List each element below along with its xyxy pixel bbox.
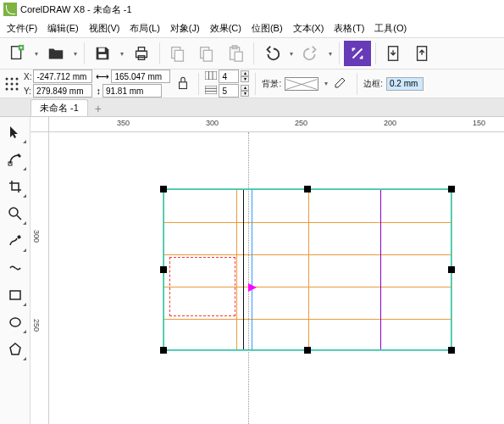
svg-rect-35 xyxy=(10,291,20,299)
main-toolbar: ▾ ▾ ▾ ▾ ▾ xyxy=(0,37,504,70)
ruler-tick: 150 xyxy=(473,119,485,127)
separator xyxy=(159,42,160,64)
ruler-tick: 300 xyxy=(206,119,219,127)
ruler-tick: 350 xyxy=(117,119,130,127)
svg-point-18 xyxy=(16,77,19,80)
svg-line-34 xyxy=(17,215,21,220)
svg-point-16 xyxy=(6,77,8,80)
redo-button[interactable] xyxy=(297,41,324,66)
menu-effect[interactable]: 效果(C) xyxy=(205,20,246,36)
lock-ratio-button[interactable] xyxy=(174,71,192,97)
cols-input[interactable] xyxy=(219,70,239,83)
menu-tools[interactable]: 工具(O) xyxy=(369,20,412,36)
border-input[interactable] xyxy=(386,77,424,91)
svg-rect-2 xyxy=(98,48,104,53)
table-col-divider xyxy=(243,190,244,349)
paste-button[interactable] xyxy=(222,41,249,66)
svg-rect-26 xyxy=(205,71,217,80)
separator xyxy=(357,73,357,95)
crop-tool[interactable] xyxy=(3,175,27,198)
y-input[interactable] xyxy=(33,84,92,98)
svg-rect-25 xyxy=(180,81,187,88)
ruler-corner[interactable] xyxy=(30,117,49,132)
menu-file[interactable]: 文件(F) xyxy=(2,20,42,36)
svg-point-24 xyxy=(16,87,19,90)
redo-dropdown[interactable]: ▾ xyxy=(326,41,335,66)
search-button[interactable] xyxy=(344,41,371,66)
rows-input[interactable] xyxy=(219,84,239,98)
cell-selection xyxy=(169,257,235,316)
polygon-tool[interactable] xyxy=(3,338,27,361)
anchor-grid-icon[interactable] xyxy=(3,75,20,92)
copy-button[interactable] xyxy=(193,41,220,66)
menubar: 文件(F) 编辑(E) 视图(V) 布局(L) 对象(J) 效果(C) 位图(B… xyxy=(0,19,504,37)
menu-text[interactable]: 文本(X) xyxy=(288,20,330,36)
svg-point-23 xyxy=(11,87,14,90)
artistic-media-tool[interactable] xyxy=(3,256,27,280)
rows-icon xyxy=(205,86,217,96)
bg-swatch[interactable] xyxy=(285,77,318,91)
svg-rect-4 xyxy=(136,51,147,57)
menu-bitmap[interactable]: 位图(B) xyxy=(246,20,288,36)
x-label: X: xyxy=(24,72,31,81)
shape-tool[interactable] xyxy=(3,148,27,171)
selection-handle[interactable] xyxy=(448,266,455,273)
menu-table[interactable]: 表格(T) xyxy=(329,20,369,36)
open-button[interactable] xyxy=(42,41,69,66)
app-logo-icon xyxy=(3,3,17,16)
pick-tool[interactable] xyxy=(3,120,27,144)
height-input[interactable] xyxy=(102,84,162,98)
separator xyxy=(198,73,199,95)
ellipse-tool[interactable] xyxy=(3,310,27,334)
selection-handle[interactable] xyxy=(448,186,455,192)
save-dropdown[interactable]: ▾ xyxy=(118,41,126,66)
separator xyxy=(375,42,376,64)
print-button[interactable] xyxy=(128,41,155,66)
rectangle-tool[interactable] xyxy=(3,283,27,307)
add-tab-button[interactable]: + xyxy=(90,101,107,116)
table-col-divider xyxy=(252,190,252,349)
selection-handle[interactable] xyxy=(160,347,167,354)
cut-button[interactable] xyxy=(164,41,191,66)
open-dropdown[interactable]: ▾ xyxy=(71,41,80,66)
new-dropdown[interactable]: ▾ xyxy=(32,41,41,66)
canvas[interactable] xyxy=(49,132,504,424)
new-button[interactable] xyxy=(3,41,30,66)
width-icon: ⟷ xyxy=(96,71,109,82)
svg-point-21 xyxy=(16,82,19,85)
document-tab[interactable]: 未命名 -1 xyxy=(30,99,88,116)
selection-handle[interactable] xyxy=(160,186,167,192)
menu-layout[interactable]: 布局(L) xyxy=(125,20,164,36)
selection-handle[interactable] xyxy=(448,347,455,354)
ruler-tick: 250 xyxy=(295,119,307,127)
selection-handle[interactable] xyxy=(304,347,311,354)
export-button[interactable] xyxy=(409,41,436,66)
svg-rect-29 xyxy=(205,86,217,94)
zoom-tool[interactable] xyxy=(3,202,27,226)
toolbox xyxy=(0,117,30,424)
svg-rect-3 xyxy=(98,54,106,59)
menu-view[interactable]: 视图(V) xyxy=(84,20,125,36)
cols-spinner[interactable]: ▴▾ xyxy=(241,70,249,82)
svg-rect-8 xyxy=(174,50,183,61)
save-button[interactable] xyxy=(89,41,116,66)
svg-rect-5 xyxy=(138,47,144,52)
rows-spinner[interactable]: ▴▾ xyxy=(241,85,249,97)
width-input[interactable] xyxy=(111,70,170,83)
selection-handle[interactable] xyxy=(160,266,167,273)
menu-edit[interactable]: 编辑(E) xyxy=(42,20,84,36)
import-button[interactable] xyxy=(380,41,407,66)
freehand-tool[interactable] xyxy=(3,229,27,253)
svg-rect-10 xyxy=(203,50,212,61)
selection-handle[interactable] xyxy=(304,186,311,192)
undo-button[interactable] xyxy=(258,41,285,66)
table-row-divider xyxy=(164,319,451,320)
insertion-cursor-icon xyxy=(248,283,257,292)
x-input[interactable] xyxy=(33,70,92,83)
menu-object[interactable]: 对象(J) xyxy=(165,20,205,36)
undo-dropdown[interactable]: ▾ xyxy=(287,41,296,66)
bg-dropdown[interactable]: ▾ xyxy=(322,71,330,97)
ruler-horizontal[interactable]: 350 300 250 200 150 xyxy=(49,117,504,132)
edit-fill-button[interactable] xyxy=(334,71,351,97)
ruler-vertical[interactable]: 300 250 xyxy=(30,132,49,424)
